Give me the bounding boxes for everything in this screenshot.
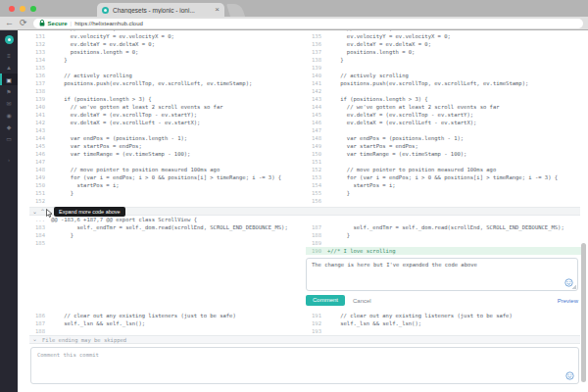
inline-comment-input[interactable]: The change is here but I've expanded the… (306, 258, 578, 291)
sidebar-item-helix-logo[interactable] (0, 32, 18, 46)
code-line[interactable]: 139 (306, 64, 582, 72)
reload-icon[interactable]: ⟳ (20, 19, 27, 27)
sidebar-item-tags[interactable]: ◆ (0, 121, 18, 132)
code-line[interactable]: 146 var timeRange = (ev.timeStamp - 100)… (29, 150, 306, 158)
line-number: 151 (29, 189, 45, 197)
commit-comment-input[interactable]: Comment this commit (30, 347, 579, 384)
sidebar-item-discussions[interactable]: ◉ (0, 109, 18, 121)
comment-button[interactable]: Comment (306, 295, 345, 306)
code-line[interactable]: 150 var timeRange = (ev.timeStamp - 100)… (306, 150, 582, 158)
expand-code-band: ⌄ ⌃ Expand more code above (29, 207, 580, 216)
back-icon[interactable]: ← (5, 19, 14, 27)
code-line[interactable]: 152 (29, 197, 306, 205)
code-line[interactable]: 143 if (positions.length > 3) { (306, 95, 582, 103)
code-line[interactable]: 142 (306, 87, 582, 95)
code-line[interactable]: 149 var startPos = endPos; (306, 142, 582, 150)
code-line[interactable]: 131 ev.velocityY = ev.velocityX = 0; (29, 32, 306, 40)
resize-grip-icon[interactable] (572, 285, 576, 289)
code-line[interactable]: 192 self._lsn && self._lsn(); (306, 319, 582, 327)
zoom-window-button[interactable] (30, 6, 36, 12)
code-line[interactable]: 188 (29, 327, 306, 335)
code-line[interactable]: 187 self._endTmr = self._dom.read(scroll… (306, 223, 582, 231)
code-line[interactable]: 148 var endPos = (positions.length - 1); (306, 134, 582, 142)
sidebar-item-projects[interactable]: ▲ (0, 62, 18, 74)
code-line[interactable]: 151 } (29, 189, 306, 197)
code-line[interactable]: 185 (29, 239, 306, 247)
code-line[interactable]: 140 // actively scrolling (306, 72, 582, 79)
code-line[interactable]: 154 startPos = i; (306, 181, 582, 189)
file-ending-skipped-row[interactable]: ⌄ File ending may be skipped (29, 335, 580, 344)
vertical-scrollbar[interactable] (581, 243, 586, 382)
diff-added-line[interactable]: 190+//* I love scrolling (306, 247, 582, 255)
code-line[interactable]: 134 } (29, 56, 306, 64)
code-line[interactable]: 191 // clear out any existing listeners … (306, 312, 582, 319)
code-line[interactable]: 146 ev.deltaX = (ev.scrollLeft - ev.star… (306, 119, 582, 126)
code-line[interactable]: 144 var endPos = (positions.length - 1); (29, 134, 306, 142)
site-favicon-icon (102, 7, 109, 14)
code-line[interactable]: 139 if (positions.length > 3) { (29, 95, 306, 103)
sidebar-item-reviews[interactable]: ⚑ (0, 85, 18, 97)
code-line[interactable]: 138 } (306, 56, 582, 64)
code-line[interactable]: 132 ev.deltaY = ev.deltaX = 0; (29, 40, 306, 48)
code-line[interactable]: 156 (306, 197, 582, 205)
code-line[interactable]: 141 ev.deltaY = (ev.scrollTop - ev.start… (29, 111, 306, 119)
cancel-button[interactable]: Cancel (353, 298, 371, 304)
close-tab-icon[interactable]: × (215, 6, 220, 14)
code-text: // we've gotten at least 2 scroll events… (327, 103, 500, 111)
sidebar-item-repositories[interactable]: ▣ (0, 74, 18, 85)
code-line[interactable]: 136 ev.deltaY = ev.deltaX = 0; (306, 40, 582, 48)
code-line[interactable]: 135 ev.velocityY = ev.velocityX = 0; (306, 32, 582, 40)
line-number: 144 (306, 103, 321, 111)
code-line[interactable]: 147 (306, 126, 582, 134)
code-line[interactable]: 133 positions.length = 0; (29, 48, 306, 56)
minimize-window-button[interactable] (20, 6, 25, 12)
code-line[interactable]: 188 } (306, 231, 582, 239)
sidebar-item-mail[interactable]: ✉ (0, 97, 18, 109)
code-line[interactable]: 186 // clear out any existing listeners … (29, 312, 306, 319)
close-window-button[interactable] (9, 6, 15, 12)
code-line[interactable]: 141 positions.push(ev.scrollTop, ev.scro… (306, 79, 582, 87)
sidebar-item-boards[interactable]: ▭ (0, 132, 18, 144)
line-number: 149 (306, 142, 321, 150)
expand-down-icon[interactable]: ⌄ (32, 208, 37, 216)
address-bar[interactable]: Secure | https://helixteamhub.cloud (33, 19, 583, 28)
sidebar-collapse-chevron[interactable]: › (0, 154, 18, 166)
new-tab-button[interactable] (226, 4, 245, 17)
code-line[interactable]: 148 // move pointer to position measured… (29, 166, 306, 173)
code-line[interactable]: 138 (29, 87, 306, 95)
emoji-smiley-icon[interactable] (565, 371, 574, 380)
code-line[interactable]: 187 self._lsn && self._lsn(); (29, 319, 306, 327)
line-number: 133 (29, 48, 45, 56)
code-line[interactable]: 193 (306, 327, 582, 335)
code-line[interactable]: 137 positions.push(ev.scrollTop, ev.scro… (29, 79, 306, 87)
code-line[interactable]: 144 // we've gotten at least 2 scroll ev… (306, 103, 582, 111)
code-line[interactable]: 135 (29, 64, 306, 72)
code-text: for (var i = endPos; i > 0 && positions[… (51, 173, 281, 181)
code-text: if (positions.length > 3) { (51, 95, 152, 103)
code-line[interactable]: 150 startPos = i; (29, 181, 306, 189)
code-line[interactable]: 151 (306, 158, 582, 166)
preview-link[interactable]: Preview (558, 298, 578, 304)
code-line[interactable]: 143 (29, 126, 306, 134)
code-line[interactable]: 137 positions.length = 0; (306, 48, 582, 56)
chevron-down-icon: ⌄ (32, 336, 37, 343)
code-line[interactable]: 155 } (306, 189, 582, 197)
code-line[interactable]: 145 ev.deltaY = (ev.scrollTop - ev.start… (306, 111, 582, 119)
code-line[interactable]: 145 var startPos = endPos; (29, 142, 306, 150)
code-line[interactable]: 152 // move pointer to position measured… (306, 166, 582, 173)
sidebar-item-activity[interactable]: ≡ (0, 50, 18, 62)
code-line[interactable]: 184 } (29, 231, 306, 239)
line-number: 136 (306, 40, 321, 48)
code-line[interactable]: 189 (306, 239, 582, 247)
code-line[interactable]: 140 // we've gotten at least 2 scroll ev… (29, 103, 306, 111)
code-text: } (51, 189, 74, 197)
code-line[interactable]: 149 for (var i = endPos; i > 0 && positi… (29, 173, 306, 181)
browser-tab[interactable]: Changesets - myionic - ioni... × (97, 3, 224, 17)
code-line[interactable]: 142 ev.deltaX = (ev.scrollLeft - ev.star… (29, 119, 306, 126)
code-line[interactable]: 183 self._endTmr = self._dom.read(scroll… (29, 223, 306, 231)
code-line[interactable]: 136 // actively scrolling (29, 72, 306, 79)
code-line[interactable]: 153 for (var i = endPos; i > 0 && positi… (306, 173, 582, 181)
expand-up-icon[interactable]: ⌃ (40, 208, 45, 216)
code-line[interactable]: 147 (29, 158, 306, 166)
line-number: 150 (306, 150, 321, 158)
